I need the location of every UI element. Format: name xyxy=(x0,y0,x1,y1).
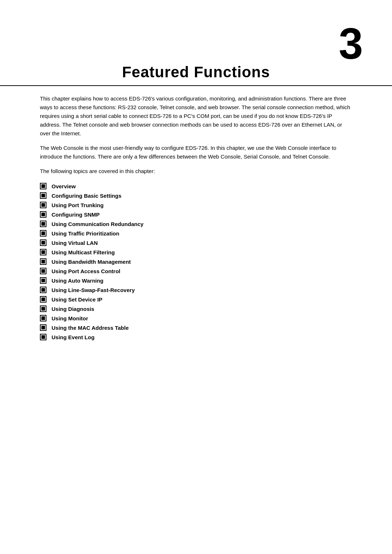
topics-intro: The following topics are covered in this… xyxy=(40,167,352,176)
topic-label-14: Using Monitor xyxy=(52,315,88,321)
checkbox-icon-10 xyxy=(40,277,46,284)
topic-label-0: Overview xyxy=(52,183,76,189)
topic-item-8: Using Bandwidth Management xyxy=(40,258,352,265)
topic-item-13: Using Diagnosis xyxy=(40,305,352,312)
intro-paragraph-1: This chapter explains how to access EDS-… xyxy=(40,94,352,138)
topic-item-1: Configuring Basic Settings xyxy=(40,192,352,199)
checkbox-icon-4 xyxy=(40,221,46,227)
checkbox-icon-5 xyxy=(40,230,46,237)
topic-label-6: Using Virtual LAN xyxy=(52,240,98,246)
intro-paragraph-2: The Web Console is the most user-friendl… xyxy=(40,144,352,161)
topic-label-8: Using Bandwidth Management xyxy=(52,259,131,265)
topic-label-16: Using Event Log xyxy=(52,334,94,340)
topic-item-2: Using Port Trunking xyxy=(40,202,352,208)
checkbox-icon-15 xyxy=(40,324,46,331)
checkbox-icon-12 xyxy=(40,296,46,303)
checkbox-icon-9 xyxy=(40,268,46,274)
checkbox-icon-13 xyxy=(40,305,46,312)
topic-item-12: Using Set Device IP xyxy=(40,296,352,303)
topic-item-14: Using Monitor xyxy=(40,315,352,321)
checkbox-icon-0 xyxy=(40,183,46,189)
checkbox-icon-1 xyxy=(40,192,46,199)
content-area: This chapter explains how to access EDS-… xyxy=(40,94,352,343)
topic-label-9: Using Port Access Control xyxy=(52,268,120,274)
checkbox-icon-3 xyxy=(40,211,46,218)
topic-label-7: Using Multicast Filtering xyxy=(52,249,115,255)
chapter-title-container: Featured Functions xyxy=(0,63,392,86)
page: 3 Featured Functions This chapter explai… xyxy=(0,0,392,554)
topic-item-3: Configuring SNMP xyxy=(40,211,352,218)
topic-item-11: Using Line-Swap-Fast-Recovery xyxy=(40,287,352,293)
topic-label-13: Using Diagnosis xyxy=(52,306,94,312)
topic-label-5: Using Traffic Prioritization xyxy=(52,230,119,237)
topic-label-11: Using Line-Swap-Fast-Recovery xyxy=(52,287,135,293)
checkbox-icon-14 xyxy=(40,315,46,321)
chapter-title: Featured Functions xyxy=(0,63,392,81)
topic-item-15: Using the MAC Address Table xyxy=(40,324,352,331)
checkbox-icon-16 xyxy=(40,334,46,340)
topics-list: OverviewConfiguring Basic SettingsUsing … xyxy=(40,183,352,340)
checkbox-icon-7 xyxy=(40,249,46,255)
chapter-number: 3 xyxy=(339,22,363,65)
topic-item-7: Using Multicast Filtering xyxy=(40,249,352,255)
topic-label-1: Configuring Basic Settings xyxy=(52,193,122,199)
topic-label-3: Configuring SNMP xyxy=(52,212,99,218)
topic-label-2: Using Port Trunking xyxy=(52,202,103,208)
topic-label-12: Using Set Device IP xyxy=(52,296,102,303)
topic-item-16: Using Event Log xyxy=(40,334,352,340)
checkbox-icon-11 xyxy=(40,287,46,293)
topic-item-5: Using Traffic Prioritization xyxy=(40,230,352,237)
checkbox-icon-6 xyxy=(40,239,46,246)
topic-item-6: Using Virtual LAN xyxy=(40,239,352,246)
topic-item-9: Using Port Access Control xyxy=(40,268,352,274)
topic-item-4: Using Communication Redundancy xyxy=(40,221,352,227)
topic-label-10: Using Auto Warning xyxy=(52,278,103,284)
topic-label-15: Using the MAC Address Table xyxy=(52,325,129,331)
checkbox-icon-2 xyxy=(40,202,46,208)
topic-item-0: Overview xyxy=(40,183,352,189)
topic-item-10: Using Auto Warning xyxy=(40,277,352,284)
topic-label-4: Using Communication Redundancy xyxy=(52,221,143,227)
checkbox-icon-8 xyxy=(40,258,46,265)
